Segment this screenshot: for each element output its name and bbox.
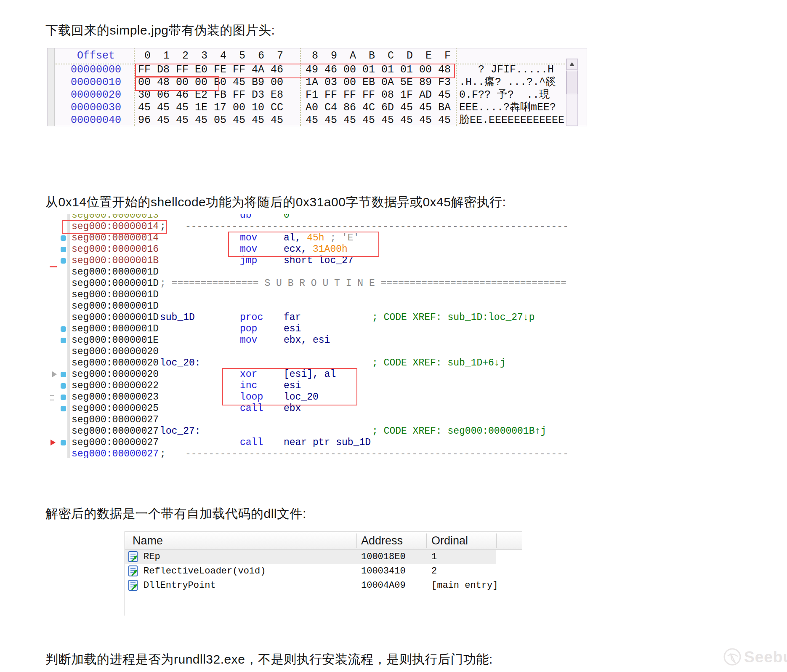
hex-row: 0000004096 45 45 45 05 45 45 4545 45 45 … [48, 114, 587, 126]
ida-address: seg000:00000027 [72, 448, 159, 458]
ida-mnemonic: pop [240, 323, 257, 335]
ida-operands: loc_20 [284, 392, 319, 403]
breakpoint-dot-icon [61, 247, 66, 252]
ida-address: seg000:00000014 [72, 221, 159, 232]
hex-bytes-left: FF D8 FF E0 FE FF 4A 46 [138, 64, 283, 76]
ida-line: seg000:0000001D [50, 267, 574, 278]
hex-row-offset: 00000030 [60, 101, 132, 114]
seebug-watermark: Seebug [722, 646, 785, 669]
ida-line: seg000:00000025callebx [50, 403, 574, 414]
hex-bytes-left: 96 45 45 45 05 45 45 45 [138, 114, 283, 126]
ida-operands: near ptr sub_1D [284, 437, 371, 448]
gray-arrow-icon [52, 371, 57, 377]
ida-mnemonic: mov [240, 335, 257, 346]
ida-mnemonic: mov [240, 244, 257, 255]
hex-ascii-text: EEE....?犇唎mEE? [459, 101, 556, 114]
hex-row-offset: 00000000 [60, 64, 132, 76]
ida-operands: short loc_27 [284, 255, 354, 267]
scrollbar-thumb[interactable] [566, 71, 577, 94]
export-table-row[interactable]: REp100018E01 [125, 550, 496, 564]
ida-line: seg000:0000001D [50, 289, 574, 301]
ida-address: seg000:00000027 [72, 426, 159, 437]
ida-line: seg000:00000020 [50, 346, 574, 357]
hex-scrollbar[interactable] [566, 59, 578, 126]
column-divider [356, 533, 357, 548]
column-header-name[interactable]: Name [133, 532, 163, 549]
ida-address: seg000:00000020 [72, 346, 159, 357]
ida-operands: [esi], al [284, 369, 336, 380]
ida-operand-text: ecx, [284, 244, 313, 255]
hex-bytes-right: 49 46 00 01 01 01 00 48 [306, 64, 451, 76]
ida-address: seg000:0000001B [72, 255, 159, 267]
hex-row: 0000001000 48 00 00 B0 45 B9 001A 03 00 … [48, 76, 587, 89]
ida-label-text: ; [160, 221, 166, 232]
breakpoint-dot-icon [61, 372, 66, 377]
hex-col-header-left: 0 1 2 3 4 5 6 7 [138, 48, 283, 64]
ida-separator-dashes: ----------------------------------------… [185, 221, 569, 232]
ida-address: seg000:0000001D [72, 312, 159, 323]
scroll-up-button[interactable] [566, 59, 577, 70]
ida-operands: 0 [284, 214, 290, 221]
column-header-address[interactable]: Address [361, 532, 403, 549]
ida-mnemonic: xor [240, 369, 257, 380]
ida-label: loc_27: [160, 426, 201, 437]
ida-xref-comment: ; CODE XREF: sub_1D:loc_27↓p [372, 312, 534, 323]
hex-row: 0000003045 45 45 1E 17 00 10 CCA0 C4 86 … [48, 101, 587, 114]
ida-line: seg000:00000027callnear ptr sub_1D [50, 437, 574, 448]
ida-address: seg000:00000020 [72, 369, 159, 380]
ida-operand-text: [esi], al [284, 369, 336, 380]
gray-marks-icon [50, 395, 54, 400]
hex-ascii-text: 肦EE.EEEEEEEEEEEE [459, 114, 564, 126]
ida-mnemonic: loop [240, 392, 263, 403]
ida-line: seg000:0000001Dsub_1Dprocfar; CODE XREF:… [50, 312, 574, 323]
hex-ascii-text: 0.F?? 予? ..現 [459, 89, 550, 101]
ida-operand-text: far [284, 312, 301, 323]
hex-bytes-right: 45 45 45 45 45 45 45 45 [306, 114, 451, 126]
hex-ascii-divider [456, 48, 457, 126]
ida-address: seg000:0000001D [72, 278, 159, 289]
ida-label-text: ; [160, 448, 166, 458]
ida-label-text: loc_20: [160, 357, 201, 368]
seebug-logo-icon [722, 646, 742, 668]
ida-label: ; [160, 448, 166, 458]
ida-address: seg000:0000001E [72, 335, 159, 346]
export-address: 10004A09 [361, 579, 406, 593]
hex-bytes-right: 1A 03 00 EB 0A 5E 89 F3 [306, 76, 451, 89]
ida-address: seg000:0000001D [72, 289, 159, 301]
hex-bytes-right: F1 FF FF FF 08 1F AD 45 [306, 89, 451, 101]
hex-header-row: Offset 0 1 2 3 4 5 6 7 8 9 A B C D E F [48, 48, 587, 64]
ida-operand-text: ebx, esi [284, 335, 330, 346]
hex-bytes-left: 30 06 46 E2 FB FF D3 E8 [138, 89, 283, 101]
ida-operand-text: al, [284, 232, 307, 243]
paragraph-rundll32-check: 判断加载的进程是否为rundll32.exe，不是则执行安装流程，是则执行后门功… [45, 651, 493, 668]
ida-operand-text: near ptr sub_1D [284, 437, 371, 448]
red-arrow-icon [51, 440, 56, 445]
ida-operand-text: loc_20 [284, 392, 319, 403]
export-table-row[interactable]: ReflectiveLoader(void)100034102 [125, 564, 522, 579]
breakpoint-dot-icon [61, 338, 66, 343]
breakpoint-dot-icon [61, 440, 66, 445]
ida-address: seg000:00000023 [72, 392, 159, 403]
ida-mnemonic: inc [240, 380, 257, 392]
paragraph-intro-jpeg-header: 下载回来的simple.jpg带有伪装的图片头: [45, 22, 275, 39]
ida-operand-text: 31A00h [313, 244, 348, 255]
breakpoint-dot-icon [61, 326, 66, 332]
page: { "paragraphs": { "p1": "下载回来的simple.jpg… [0, 0, 787, 672]
ida-operands: ebx, esi [284, 335, 330, 346]
hex-col-header-right: 8 9 A B C D E F [306, 48, 451, 64]
hex-offset-divider [134, 48, 135, 126]
hex-row: 0000002030 06 46 E2 FB FF D3 E8F1 FF FF … [48, 89, 587, 101]
hex-group-divider [300, 48, 301, 126]
column-header-ordinal[interactable]: Ordinal [431, 532, 468, 549]
ida-line: seg000:0000001Emovebx, esi [50, 335, 574, 346]
ida-address: seg000:00000025 [72, 403, 159, 414]
export-table-row[interactable]: DllEntryPoint10004A09[main entry] [125, 579, 522, 593]
exports-table-panel: Name Address Ordinal REp100018E01Reflect… [125, 531, 522, 616]
ida-operands: al, 45h ; 'E' [284, 232, 359, 244]
ida-line: seg000:00000013db0 [50, 214, 574, 221]
exports-table-header: Name Address Ordinal [125, 531, 522, 550]
ida-label: ; =============== S U B R O U T I N E ==… [160, 278, 566, 289]
ida-line: seg000:0000001D; =============== S U B R… [50, 278, 574, 289]
ida-operands: ebx [284, 403, 301, 414]
column-divider [496, 533, 497, 548]
